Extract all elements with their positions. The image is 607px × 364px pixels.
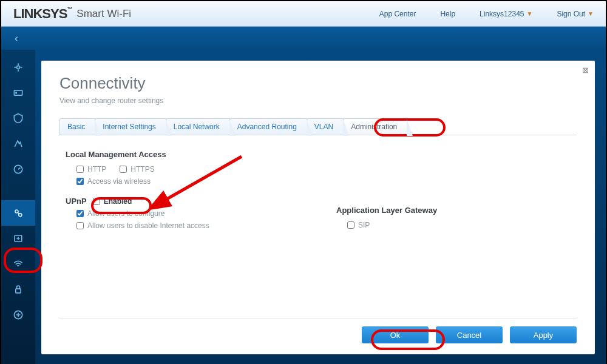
help-link[interactable]: Help (440, 10, 455, 18)
chevron-down-icon: ▼ (526, 10, 532, 17)
local-mgmt-heading: Local Management Access (66, 150, 300, 159)
sidebar-item-speed[interactable] (1, 157, 35, 182)
svg-rect-7 (16, 289, 21, 293)
tab-row: Basic Internet Settings Local Network Ad… (59, 118, 577, 135)
sidebar-item-priority[interactable] (1, 131, 35, 157)
cancel-button[interactable]: Cancel (436, 326, 503, 343)
tab-advanced-routing[interactable]: Advanced Routing (229, 118, 307, 135)
device-dropdown[interactable]: Linksys12345▼ (480, 10, 532, 18)
sign-out-link[interactable]: Sign Out▼ (557, 10, 594, 18)
alg-heading: Application Layer Gateway (336, 206, 571, 215)
tab-administration[interactable]: Administration (343, 118, 407, 135)
allow-configure-label: Allow users to configure (87, 209, 164, 218)
sidebar-collapse-chevron[interactable]: ‹ (1, 32, 32, 45)
tab-internet-settings[interactable]: Internet Settings (95, 118, 166, 135)
page-title: Connectivity (59, 74, 577, 93)
tab-local-network[interactable]: Local Network (166, 118, 230, 135)
access-wireless-checkbox[interactable] (76, 178, 84, 185)
sidebar (1, 50, 35, 364)
allow-disable-label: Allow users to disable Internet access (87, 221, 209, 230)
access-wireless-label: Access via wireless (87, 177, 151, 186)
https-checkbox[interactable] (120, 166, 127, 173)
app-center-link[interactable]: App Center (379, 10, 416, 18)
svg-point-0 (17, 66, 20, 69)
sip-label: SIP (358, 221, 370, 229)
http-checkbox[interactable] (76, 166, 84, 173)
sidebar-item-wireless[interactable] (1, 251, 35, 277)
upnp-heading: UPnP (66, 197, 87, 206)
upnp-enabled-checkbox[interactable] (93, 198, 100, 205)
footer-buttons: Ok Cancel Apply (59, 318, 577, 343)
ok-button[interactable]: Ok (362, 326, 429, 343)
sidebar-item-devices[interactable] (1, 80, 35, 106)
apply-button[interactable]: Apply (510, 326, 577, 343)
brand-sub: Smart Wi-Fi (76, 8, 131, 20)
upnp-enabled-label: Enabled (104, 197, 132, 206)
top-bar: LINKSYS™ Smart Wi-Fi App Center Help Lin… (1, 1, 606, 27)
close-icon[interactable]: ⊠ (582, 66, 589, 75)
brand-logo: LINKSYS™ (13, 6, 72, 22)
sidebar-item-troubleshoot[interactable] (1, 226, 35, 251)
sidebar-item-security[interactable] (1, 277, 35, 302)
content-panel: ⊠ Connectivity View and change router se… (41, 61, 595, 354)
sidebar-item-connectivity[interactable] (1, 200, 35, 226)
allow-configure-checkbox[interactable] (76, 210, 84, 217)
https-label: HTTPS (131, 165, 154, 174)
http-label: HTTP (87, 165, 106, 174)
sidebar-item-parental[interactable] (1, 106, 35, 131)
chevron-down-icon: ▼ (588, 10, 594, 17)
blue-header: ‹ (1, 27, 606, 50)
sidebar-item-storage[interactable] (1, 302, 35, 328)
tab-basic[interactable]: Basic (59, 118, 95, 135)
allow-disable-checkbox[interactable] (76, 222, 84, 229)
page-subtitle: View and change router settings (59, 96, 577, 105)
sidebar-item-network[interactable] (1, 55, 35, 80)
sip-checkbox[interactable] (347, 221, 354, 229)
svg-point-2 (16, 92, 17, 93)
